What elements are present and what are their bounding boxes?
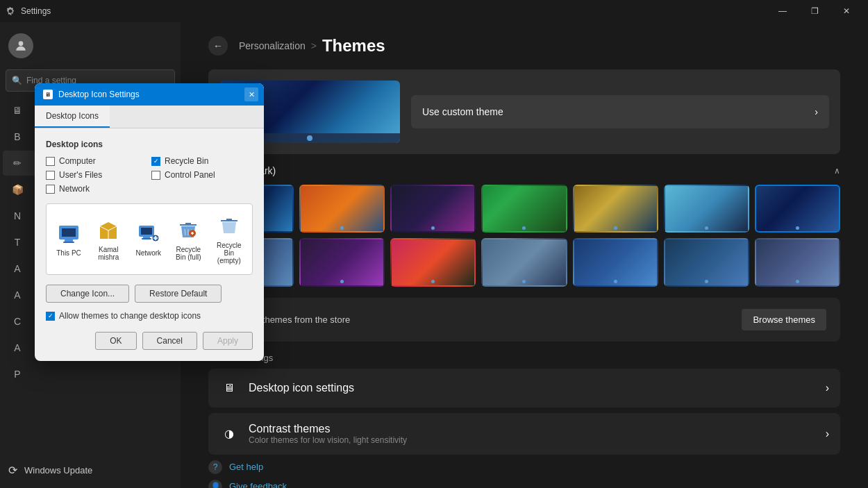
- theme-tile-12[interactable]: [573, 238, 658, 286]
- back-button[interactable]: ←: [208, 36, 228, 56]
- gaming-icon: A: [11, 262, 24, 275]
- close-button[interactable]: ✕: [831, 0, 862, 22]
- theme-tile-3[interactable]: [390, 185, 476, 233]
- current-theme-section-header: Windows (dark) ∧: [208, 165, 840, 176]
- theme-tile-6[interactable]: [664, 185, 749, 233]
- icon-kamal-mishra[interactable]: Kamal mishra: [92, 215, 124, 264]
- contrast-themes-item[interactable]: ◑ Contrast themes Color themes for low v…: [208, 413, 840, 455]
- checkbox-network[interactable]: Network: [46, 184, 147, 194]
- icon-network[interactable]: Network: [133, 219, 164, 260]
- minimize-button[interactable]: —: [767, 0, 799, 22]
- recycle-bin-empty-label: Recycle Bin (empty): [216, 242, 242, 264]
- desktop-icons-checkboxes: Computer Recycle Bin User's Files Contro…: [46, 156, 253, 194]
- use-custom-theme-button[interactable]: Use custom theme ›: [411, 95, 829, 128]
- dialog-tabs: Desktop Icons: [35, 106, 264, 128]
- checkbox-recycle-bin-label: Recycle Bin: [165, 156, 208, 166]
- theme-tile-10[interactable]: [390, 238, 476, 286]
- tile-dot-2: [340, 226, 344, 230]
- svg-rect-6: [141, 228, 152, 235]
- dialog-title-icon: 🖥: [43, 90, 53, 99]
- change-icon-button[interactable]: Change Icon...: [46, 285, 129, 303]
- checkbox-network-input[interactable]: [46, 185, 55, 194]
- restore-button[interactable]: ❐: [799, 0, 831, 22]
- search-icon: 🔍: [12, 76, 22, 85]
- theme-tile-7[interactable]: [755, 185, 840, 233]
- give-feedback-link[interactable]: 👤 Give feedback: [208, 480, 840, 488]
- icon-recycle-full[interactable]: Recycle Bin (full): [172, 215, 204, 264]
- theme-tile-9[interactable]: [299, 238, 385, 286]
- tile-dot-3: [431, 226, 435, 230]
- checkbox-users-files[interactable]: User's Files: [46, 170, 147, 180]
- cancel-button[interactable]: Cancel: [142, 332, 197, 350]
- checkbox-recycle-bin-input[interactable]: [151, 157, 160, 166]
- theme-tile-2[interactable]: [299, 185, 385, 233]
- this-pc-icon: [56, 221, 81, 246]
- theme-header-card: Use custom theme ›: [208, 69, 840, 154]
- accounts-icon: N: [11, 210, 24, 222]
- checkbox-network-label: Network: [59, 184, 90, 194]
- tile-dot-14: [796, 280, 799, 283]
- tile-dot-6: [705, 226, 708, 230]
- contrast-themes-info: Contrast themes Color themes for low vis…: [249, 423, 407, 445]
- recycle-bin-full-label: Recycle Bin (full): [175, 246, 201, 261]
- windows-update-icon: ⟳: [8, 464, 17, 477]
- checkbox-users-files-input[interactable]: [46, 171, 55, 180]
- contrast-themes-subtitle: Color themes for low vision, light sensi…: [249, 435, 407, 445]
- icon-this-pc[interactable]: This PC: [53, 219, 84, 260]
- time-icon: T: [11, 236, 24, 249]
- icon-gallery: This PC Kamal mishra: [46, 203, 253, 275]
- tile-taskbar-14: [756, 278, 839, 285]
- checkbox-computer[interactable]: Computer: [46, 156, 147, 166]
- collapse-button[interactable]: ∧: [834, 166, 840, 176]
- store-banner: Get more themes from the store Browse th…: [208, 298, 840, 342]
- get-help-link[interactable]: ? Get help: [208, 460, 840, 474]
- windows-update-item[interactable]: ⟳ Windows Update: [0, 457, 181, 482]
- apply-button[interactable]: Apply: [203, 332, 253, 350]
- checkbox-control-panel[interactable]: Control Panel: [151, 170, 253, 180]
- avatar[interactable]: [8, 33, 33, 58]
- contrast-themes-title: Contrast themes: [249, 423, 407, 435]
- get-help-icon: ?: [208, 460, 222, 474]
- dialog-title-text: Desktop Icon Settings: [58, 90, 140, 99]
- dialog-close-button[interactable]: ✕: [244, 87, 258, 101]
- checkbox-computer-input[interactable]: [46, 157, 55, 166]
- checkbox-recycle-bin[interactable]: Recycle Bin: [151, 156, 253, 166]
- sidebar-item-extra2[interactable]: P: [3, 362, 178, 387]
- titlebar-title: Settings: [21, 6, 51, 16]
- extra2-icon: P: [11, 368, 24, 380]
- system-icon: 🖥: [11, 104, 24, 117]
- tile-dot-5: [614, 226, 617, 230]
- apps-icon: 📦: [11, 183, 24, 196]
- browse-themes-button[interactable]: Browse themes: [742, 309, 826, 330]
- allow-themes-row[interactable]: Allow themes to change desktop icons: [46, 311, 253, 321]
- svg-rect-4: [63, 242, 74, 243]
- use-custom-theme-chevron: ›: [815, 106, 818, 117]
- breadcrumb-parent[interactable]: Personalization: [239, 40, 306, 51]
- kamal-mishra-label: Kamal mishra: [95, 246, 122, 261]
- icon-recycle-empty[interactable]: Recycle Bin (empty): [213, 211, 245, 267]
- checkbox-control-panel-input[interactable]: [151, 171, 160, 180]
- kamal-mishra-icon: [96, 218, 121, 243]
- theme-tile-5[interactable]: [573, 185, 658, 233]
- settings-app-icon: [6, 6, 15, 16]
- tile-taskbar-10: [392, 278, 474, 285]
- desktop-icon-settings-item[interactable]: 🖥 Desktop icon settings ›: [208, 369, 840, 407]
- allow-themes-label: Allow themes to change desktop icons: [59, 311, 201, 321]
- allow-themes-checkbox[interactable]: [46, 312, 55, 321]
- restore-default-button[interactable]: Restore Default: [135, 285, 222, 303]
- tile-dot-10: [431, 280, 435, 283]
- theme-tile-14[interactable]: [755, 238, 840, 286]
- tile-taskbar-11: [483, 278, 565, 285]
- theme-tile-13[interactable]: [664, 238, 749, 286]
- main-content: ← Personalization > Themes Use custom th…: [181, 22, 868, 488]
- tab-desktop-icons[interactable]: Desktop Icons: [35, 106, 110, 128]
- theme-tile-11[interactable]: [481, 238, 567, 286]
- svg-rect-2: [62, 228, 76, 237]
- network-icon: [136, 221, 161, 246]
- accessibility-icon: A: [11, 289, 24, 301]
- ok-button[interactable]: OK: [95, 332, 136, 350]
- footer-links: ? Get help 👤 Give feedback: [208, 460, 840, 488]
- theme-tile-4[interactable]: [481, 185, 567, 233]
- desktop-icon-settings-icon: 🖥: [219, 378, 239, 398]
- tile-taskbar-6: [665, 224, 748, 231]
